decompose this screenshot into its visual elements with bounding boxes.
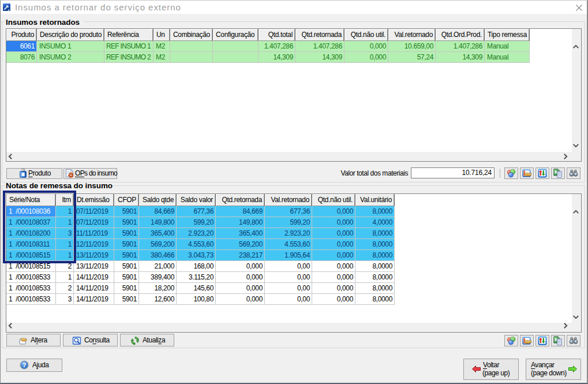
- svg-text:?: ?: [23, 361, 27, 368]
